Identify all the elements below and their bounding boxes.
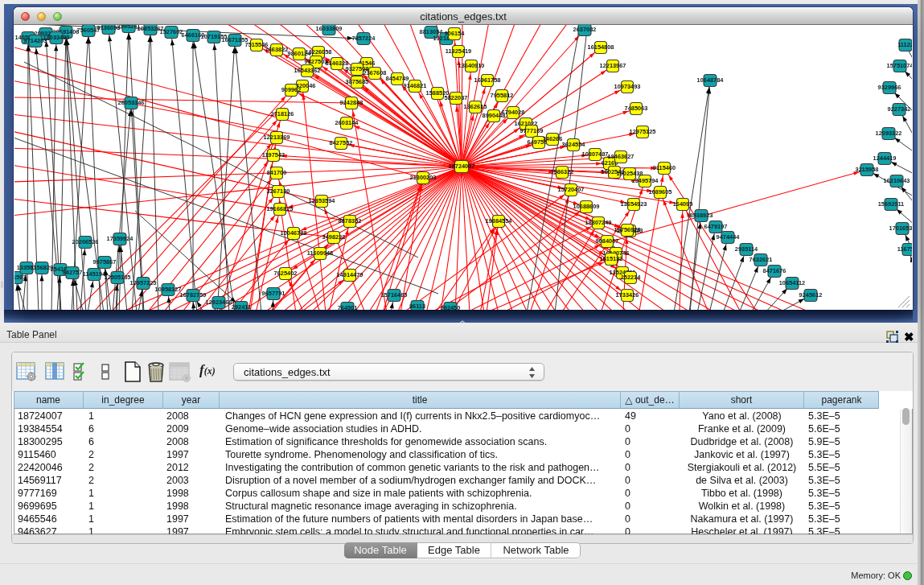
svg-text:13226058: 13226058 bbox=[306, 48, 332, 56]
svg-text:9115460: 9115460 bbox=[653, 164, 676, 171]
svg-text:17016534: 17016534 bbox=[889, 225, 912, 232]
svg-text:9227342: 9227342 bbox=[888, 105, 911, 113]
svg-text:1089605: 1089605 bbox=[649, 188, 672, 196]
svg-text:10973493: 10973493 bbox=[614, 83, 641, 90]
svg-text:8938923: 8938923 bbox=[690, 212, 713, 219]
svg-text:7625402: 7625402 bbox=[274, 270, 298, 277]
svg-text:19756928: 19756928 bbox=[614, 226, 641, 233]
svg-text:942757: 942757 bbox=[63, 269, 83, 276]
svg-text:12975125: 12975125 bbox=[630, 128, 656, 135]
svg-text:841700: 841700 bbox=[267, 169, 287, 176]
svg-text:10046788: 10046788 bbox=[281, 229, 307, 237]
svg-text:9777169: 9777169 bbox=[520, 127, 544, 134]
svg-text:16961758: 16961758 bbox=[474, 76, 501, 84]
svg-text:9084067: 9084067 bbox=[596, 237, 619, 245]
svg-text:1615132: 1615132 bbox=[600, 255, 623, 262]
svg-text:3498222: 3498222 bbox=[322, 233, 346, 241]
svg-text:12505135: 12505135 bbox=[105, 274, 131, 281]
svg-text:16154808: 16154808 bbox=[588, 43, 614, 51]
svg-text:2935114: 2935114 bbox=[735, 245, 758, 253]
svg-text:1362615: 1362615 bbox=[464, 103, 487, 110]
svg-text:764501: 764501 bbox=[338, 304, 358, 310]
svg-text:21300203: 21300203 bbox=[410, 174, 437, 181]
svg-text:9242848: 9242848 bbox=[340, 99, 363, 106]
svg-text:18033490: 18033490 bbox=[43, 34, 70, 41]
svg-text:12353594: 12353594 bbox=[309, 197, 336, 204]
svg-text:9245612: 9245612 bbox=[799, 291, 823, 299]
svg-text:20206526: 20206526 bbox=[72, 238, 99, 245]
svg-text:1167533: 1167533 bbox=[897, 245, 912, 253]
svg-text:1527602: 1527602 bbox=[160, 28, 183, 35]
svg-text:7663822: 7663822 bbox=[265, 46, 289, 53]
svg-text:746266: 746266 bbox=[543, 135, 563, 142]
svg-text:8427552: 8427552 bbox=[330, 139, 353, 146]
svg-text:2718126: 2718126 bbox=[271, 110, 294, 117]
svg-text:7632621: 7632621 bbox=[749, 256, 773, 263]
svg-text:7986322: 7986322 bbox=[551, 168, 574, 175]
svg-text:19384554: 19384554 bbox=[486, 217, 513, 225]
svg-text:8471676: 8471676 bbox=[763, 267, 786, 274]
svg-text:7485063: 7485063 bbox=[625, 105, 648, 112]
svg-text:12213967: 12213967 bbox=[600, 62, 626, 69]
svg-text:15716485: 15716485 bbox=[381, 291, 408, 299]
svg-text:14914479: 14914479 bbox=[337, 271, 363, 278]
svg-text:8878352: 8878352 bbox=[339, 217, 362, 225]
svg-text:11325419: 11325419 bbox=[446, 47, 471, 55]
svg-text:13640910: 13640910 bbox=[458, 62, 485, 69]
svg-text:906154: 906154 bbox=[445, 30, 466, 37]
svg-text:7857224: 7857224 bbox=[352, 35, 376, 42]
svg-text:3875685: 3875685 bbox=[346, 78, 369, 85]
svg-text:19463627: 19463627 bbox=[608, 153, 634, 160]
svg-text:7955812: 7955812 bbox=[491, 92, 514, 99]
svg-text:909962: 909962 bbox=[281, 86, 302, 93]
svg-text:1733426: 1733426 bbox=[616, 291, 639, 299]
svg-text:992450: 992450 bbox=[441, 304, 461, 310]
svg-text:11609948: 11609948 bbox=[307, 249, 333, 257]
svg-text:86113: 86113 bbox=[409, 303, 425, 310]
svg-text:16210643: 16210643 bbox=[884, 177, 910, 184]
svg-text:1145194: 1145194 bbox=[83, 270, 106, 278]
svg-text:10807487: 10807487 bbox=[582, 150, 609, 158]
svg-text:391597: 391597 bbox=[14, 274, 26, 281]
svg-text:3267130: 3267130 bbox=[267, 187, 290, 195]
svg-text:17359924: 17359924 bbox=[107, 235, 134, 242]
svg-text:1197543: 1197543 bbox=[262, 151, 285, 159]
svg-text:6479197: 6479197 bbox=[704, 223, 728, 230]
svg-text:12093322: 12093322 bbox=[876, 130, 902, 137]
svg-text:10654112: 10654112 bbox=[779, 279, 805, 286]
svg-text:16543362: 16543362 bbox=[294, 67, 321, 74]
svg-text:16782759: 16782759 bbox=[180, 291, 207, 299]
svg-text:8454749: 8454749 bbox=[386, 75, 409, 82]
svg-text:19166825: 19166825 bbox=[267, 205, 294, 212]
svg-text:9975867: 9975867 bbox=[93, 258, 117, 266]
svg-text:9329966: 9329966 bbox=[878, 84, 901, 91]
svg-text:15720407: 15720407 bbox=[558, 186, 585, 193]
svg-text:9146821: 9146821 bbox=[404, 82, 427, 89]
svg-text:16033809: 16033809 bbox=[316, 25, 343, 32]
svg-text:18724007: 18724007 bbox=[449, 163, 475, 170]
svg-text:5822037: 5822037 bbox=[445, 94, 468, 101]
svg-text:10958127: 10958127 bbox=[155, 286, 182, 293]
svg-text:2367608: 2367608 bbox=[363, 69, 387, 76]
svg-text:1244419: 1244419 bbox=[873, 154, 897, 162]
svg-text:2603144: 2603144 bbox=[335, 119, 359, 126]
svg-text:12213369: 12213369 bbox=[264, 134, 290, 141]
svg-text:6794028: 6794028 bbox=[502, 109, 525, 116]
svg-text:9474444: 9474444 bbox=[717, 233, 741, 241]
svg-text:252214: 252214 bbox=[621, 274, 642, 281]
svg-text:16671355: 16671355 bbox=[222, 36, 248, 43]
svg-text:3624554: 3624554 bbox=[562, 141, 586, 148]
svg-text:10688609: 10688609 bbox=[573, 203, 600, 210]
svg-text:15751074: 15751074 bbox=[887, 62, 912, 69]
svg-text:10648784: 10648784 bbox=[697, 76, 725, 84]
svg-text:9657791: 9657791 bbox=[262, 290, 285, 297]
svg-text:26053346: 26053346 bbox=[118, 99, 145, 106]
svg-text:3215958: 3215958 bbox=[856, 166, 879, 173]
svg-text:17957225: 17957225 bbox=[130, 279, 157, 286]
svg-text:15692911: 15692911 bbox=[878, 200, 904, 208]
svg-text:12923468: 12923468 bbox=[206, 299, 232, 306]
svg-text:292411: 292411 bbox=[232, 303, 251, 310]
svg-text:164095: 164095 bbox=[673, 200, 693, 208]
svg-text:2637082: 2637082 bbox=[573, 26, 597, 33]
svg-text:11122: 11122 bbox=[897, 41, 912, 48]
